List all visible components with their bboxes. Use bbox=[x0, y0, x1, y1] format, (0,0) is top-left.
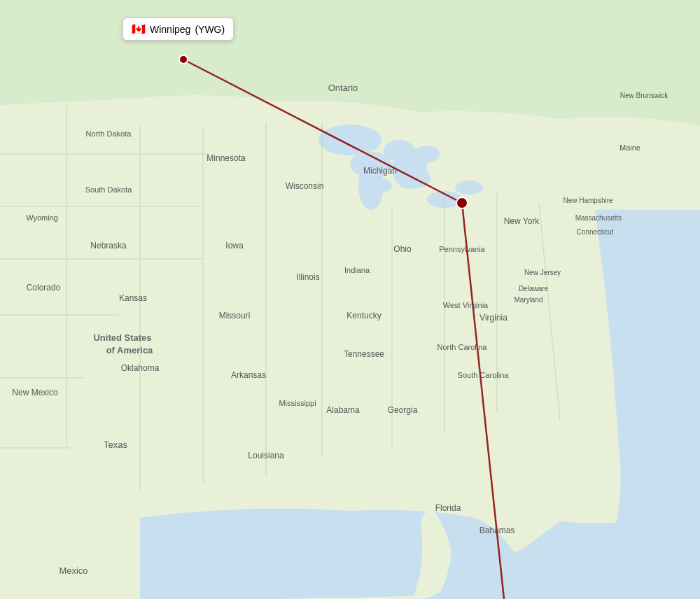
svg-text:Wisconsin: Wisconsin bbox=[286, 181, 324, 191]
svg-text:Ohio: Ohio bbox=[393, 244, 412, 254]
svg-text:Mexico: Mexico bbox=[59, 565, 88, 576]
svg-text:North Carolina: North Carolina bbox=[438, 343, 488, 351]
svg-text:Mississippi: Mississippi bbox=[279, 399, 316, 407]
svg-text:New Hampshire: New Hampshire bbox=[563, 197, 613, 204]
svg-text:New York: New York bbox=[504, 216, 540, 226]
svg-text:Connecticut: Connecticut bbox=[577, 228, 614, 236]
svg-text:Florida: Florida bbox=[435, 503, 461, 513]
svg-text:Missouri: Missouri bbox=[219, 311, 251, 320]
svg-text:South Carolina: South Carolina bbox=[458, 371, 510, 379]
svg-text:Michigan: Michigan bbox=[363, 166, 397, 176]
svg-text:Texas: Texas bbox=[104, 439, 127, 450]
svg-text:Wyoming: Wyoming bbox=[26, 213, 58, 222]
svg-text:Ontario: Ontario bbox=[328, 83, 358, 93]
svg-text:of America: of America bbox=[106, 345, 153, 355]
svg-text:Maryland: Maryland bbox=[514, 296, 542, 304]
svg-text:United States: United States bbox=[93, 332, 151, 343]
svg-text:Illinois: Illinois bbox=[296, 272, 319, 282]
svg-text:Minnesota: Minnesota bbox=[206, 153, 246, 163]
canada-flag-icon: 🇨🇦 bbox=[132, 22, 146, 36]
svg-text:New Brunswick: New Brunswick bbox=[620, 92, 668, 99]
svg-text:Virginia: Virginia bbox=[479, 313, 507, 323]
svg-point-10 bbox=[455, 181, 483, 195]
svg-text:Alabama: Alabama bbox=[326, 405, 360, 415]
svg-text:Delaware: Delaware bbox=[519, 285, 549, 293]
svg-text:Indiana: Indiana bbox=[344, 266, 370, 274]
origin-airport-code: (YWG) bbox=[195, 24, 225, 35]
svg-point-29 bbox=[456, 197, 468, 209]
svg-text:Oklahoma: Oklahoma bbox=[121, 363, 160, 373]
svg-point-28 bbox=[179, 55, 188, 64]
svg-text:Kentucky: Kentucky bbox=[346, 311, 381, 320]
svg-text:Pennsylvania: Pennsylvania bbox=[439, 245, 485, 253]
svg-text:Georgia: Georgia bbox=[388, 405, 418, 415]
origin-airport-name: Winnipeg bbox=[150, 24, 190, 35]
svg-text:Iowa: Iowa bbox=[225, 241, 244, 251]
svg-text:Louisiana: Louisiana bbox=[248, 451, 284, 460]
origin-airport-label: 🇨🇦 Winnipeg (YWG) bbox=[122, 17, 234, 41]
svg-text:Nebraska: Nebraska bbox=[90, 241, 127, 251]
svg-text:Massachusetts: Massachusetts bbox=[575, 214, 622, 222]
svg-text:New Jersey: New Jersey bbox=[524, 269, 561, 276]
svg-point-6 bbox=[318, 125, 382, 155]
map-svg: Ontario North Dakota Minnesota South Dak… bbox=[0, 0, 700, 599]
svg-text:New Mexico: New Mexico bbox=[12, 388, 58, 397]
svg-text:Kansas: Kansas bbox=[119, 293, 147, 303]
svg-text:West Virginia: West Virginia bbox=[443, 301, 489, 309]
svg-text:Maine: Maine bbox=[620, 143, 640, 152]
svg-text:Arkansas: Arkansas bbox=[231, 370, 266, 380]
map-container: Ontario North Dakota Minnesota South Dak… bbox=[0, 0, 700, 599]
svg-text:Colorado: Colorado bbox=[27, 283, 61, 293]
svg-text:Bahamas: Bahamas bbox=[479, 526, 515, 535]
svg-text:Tennessee: Tennessee bbox=[344, 349, 384, 359]
svg-text:North Dakota: North Dakota bbox=[86, 129, 132, 138]
svg-text:South Dakota: South Dakota bbox=[85, 185, 133, 194]
